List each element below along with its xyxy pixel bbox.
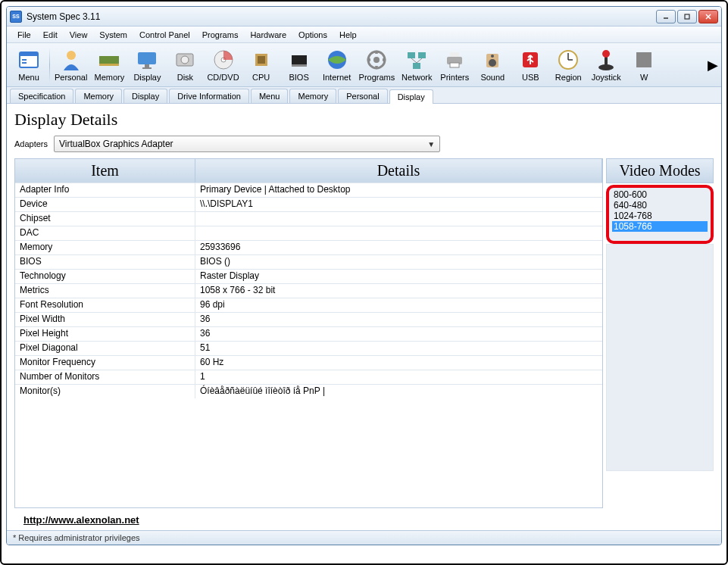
toolbar-programs[interactable]: Programs	[356, 45, 398, 86]
toolbar-bios[interactable]: BIOS	[280, 45, 318, 86]
svg-rect-20	[292, 55, 307, 64]
toolbar-internet[interactable]: Internet	[318, 45, 356, 86]
tab-menu-4[interactable]: Menu	[251, 89, 289, 103]
titlebar: SS System Spec 3.11	[7, 7, 721, 27]
table-row: Pixel Width36	[15, 312, 602, 326]
table-row: Memory25933696	[15, 240, 602, 254]
svg-rect-25	[408, 52, 415, 58]
tab-strip: SpecificationMemoryDisplayDrive Informat…	[7, 87, 721, 104]
column-video-modes: Video Modes	[606, 158, 714, 183]
menu-help[interactable]: Help	[333, 29, 363, 41]
status-bar: * Requires administrator privileges	[7, 530, 721, 545]
svg-rect-19	[258, 56, 265, 64]
page-heading: Display Details	[14, 110, 714, 130]
close-button[interactable]	[698, 10, 718, 23]
table-row: BIOSBIOS ()	[15, 254, 602, 269]
table-row: Pixel Diagonal51	[15, 341, 602, 355]
menu-options[interactable]: Options	[292, 29, 333, 41]
toolbar-scroll-right[interactable]: ▶	[708, 57, 718, 73]
tab-display-2[interactable]: Display	[123, 89, 167, 103]
table-row: TechnologyRaster Display	[15, 269, 602, 283]
table-row: DAC	[15, 226, 602, 240]
svg-rect-31	[450, 52, 459, 57]
printers-icon	[442, 48, 467, 72]
menu-system[interactable]: System	[93, 29, 133, 41]
svg-rect-32	[450, 63, 459, 67]
svg-rect-27	[413, 63, 420, 69]
svg-rect-6	[22, 59, 27, 61]
display-icon	[135, 48, 159, 72]
minimize-button[interactable]	[656, 10, 676, 23]
tab-drive-information-3[interactable]: Drive Information	[169, 89, 249, 103]
tab-specification-0[interactable]: Specification	[10, 89, 73, 103]
tab-memory-5[interactable]: Memory	[289, 89, 336, 103]
svg-rect-21	[292, 64, 307, 67]
adapters-label: Adapters	[14, 139, 48, 148]
table-row: Font Resolution96 dpi	[15, 298, 602, 312]
video-mode-item[interactable]: 1058-766	[612, 221, 708, 232]
toolbar-personal[interactable]: Personal	[52, 45, 90, 86]
video-mode-item[interactable]: 800-600	[612, 189, 708, 200]
toolbar-disk[interactable]: Disk	[166, 45, 204, 86]
table-row: Monitor(s)Óíèâåðñàëüíûé ìîíèòîð íå PnP |	[15, 384, 602, 398]
adapters-combo[interactable]: VirtualBox Graphics Adapter ▼	[54, 136, 440, 152]
column-item: Item	[15, 159, 195, 183]
video-modes-empty	[606, 244, 714, 471]
menu-programs[interactable]: Programs	[196, 29, 245, 41]
svg-rect-26	[418, 52, 426, 58]
menu-icon	[17, 48, 41, 72]
video-mode-item[interactable]: 640-480	[612, 200, 708, 211]
personal-icon	[59, 48, 83, 72]
svg-rect-13	[142, 67, 152, 69]
svg-rect-5	[20, 52, 38, 56]
video-modes-list[interactable]: 800-600640-4801024-7681058-766	[606, 185, 714, 244]
svg-rect-43	[636, 52, 651, 67]
toolbar-cd[interactable]: CD/DVD	[204, 45, 242, 86]
menu-control-panel[interactable]: Control Panel	[133, 29, 196, 41]
app-icon: SS	[10, 11, 22, 23]
toolbar-w[interactable]: W	[625, 45, 663, 86]
menu-hardware[interactable]: Hardware	[244, 29, 292, 41]
menu-file[interactable]: File	[11, 29, 37, 41]
memory-icon	[97, 48, 121, 72]
svg-line-28	[411, 58, 417, 63]
tab-personal-6[interactable]: Personal	[338, 89, 387, 103]
toolbar-printers[interactable]: Printers	[436, 45, 473, 86]
toolbar-usb[interactable]: USB	[511, 45, 549, 86]
toolbar-display[interactable]: Display	[128, 45, 166, 86]
website-link[interactable]: http://www.alexnolan.net	[14, 514, 714, 526]
table-row: Metrics1058 x 766 - 32 bit	[15, 283, 602, 298]
table-row: Adapter InfoPrimary Device | Attached to…	[15, 183, 602, 197]
maximize-button[interactable]	[677, 10, 697, 23]
menu-view[interactable]: View	[64, 29, 94, 41]
toolbar-region[interactable]: Region	[549, 45, 587, 86]
tab-memory-1[interactable]: Memory	[75, 89, 122, 103]
w-icon	[632, 48, 656, 72]
toolbar-network[interactable]: Network	[398, 45, 436, 86]
svg-rect-7	[22, 62, 27, 64]
sound-icon	[480, 48, 505, 72]
toolbar-memory[interactable]: Memory	[90, 45, 128, 86]
adapters-value: VirtualBox Graphics Adapter	[59, 139, 173, 149]
disk-icon	[173, 48, 197, 72]
window-title: System Spec 3.11	[27, 11, 656, 22]
table-row: Chipset	[15, 211, 602, 226]
table-row: Pixel Height36	[15, 326, 602, 341]
menu-edit[interactable]: Edit	[37, 29, 64, 41]
svg-point-35	[491, 55, 494, 58]
svg-line-29	[417, 58, 422, 63]
table-row: Number of Monitors1	[15, 370, 602, 384]
svg-point-8	[67, 51, 76, 60]
toolbar-cpu[interactable]: CPU	[242, 45, 280, 86]
toolbar-sound[interactable]: Sound	[473, 45, 511, 86]
svg-point-15	[181, 56, 189, 64]
tab-display-7[interactable]: Display	[389, 89, 433, 104]
table-row: Device\\.\DISPLAY1	[15, 197, 602, 211]
svg-point-42	[602, 50, 610, 58]
video-mode-item[interactable]: 1024-768	[612, 211, 708, 221]
toolbar-joystick[interactable]: Joystick	[587, 45, 625, 86]
toolbar-menu[interactable]: Menu	[10, 45, 48, 86]
cd-icon	[211, 48, 236, 72]
column-details: Details	[195, 159, 602, 183]
svg-rect-1	[685, 14, 689, 19]
